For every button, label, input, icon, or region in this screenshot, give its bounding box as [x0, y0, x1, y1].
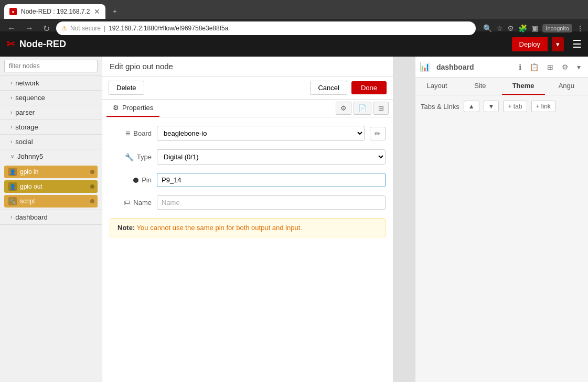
- node-chip-dot-script: [90, 199, 94, 203]
- more-options-icon[interactable]: ⋮: [576, 24, 584, 32]
- right-tabs: Layout Site Theme Angu: [415, 78, 588, 95]
- name-icon: 🏷: [123, 199, 130, 206]
- type-label: 🔧 Type: [110, 153, 152, 161]
- sidebar-item-social[interactable]: › social: [0, 135, 102, 149]
- right-panel-body: Tabs & Links ▲ ▼ + tab + link: [415, 95, 588, 382]
- settings-button[interactable]: ⚙: [559, 61, 572, 73]
- app-logo: ✂ Node-RED: [6, 38, 66, 50]
- warning-text: Not secure: [70, 25, 101, 32]
- pin-control: [157, 173, 386, 187]
- pin-dot-icon: [133, 178, 138, 183]
- sidebar-group-johnny5: ∨ Johnny5 👤 gpio in 👤 gpio out 🔧 script: [0, 149, 102, 210]
- chevron-right-icon: ›: [10, 80, 12, 86]
- info-button[interactable]: ℹ: [516, 61, 525, 73]
- done-button[interactable]: Done: [351, 81, 387, 94]
- board-edit-button[interactable]: ✏: [370, 127, 386, 140]
- warning-icon: ⚠: [61, 25, 67, 32]
- topbar-right: Deploy ▾ ☰: [512, 37, 582, 51]
- type-icon: 🔧: [125, 153, 134, 161]
- grid-button[interactable]: ⊞: [544, 61, 557, 73]
- node-script[interactable]: 🔧 script: [4, 195, 98, 208]
- expand-button[interactable]: ▾: [574, 61, 584, 73]
- node-script-label: script: [20, 198, 35, 205]
- chevron-right-icon: ›: [10, 124, 12, 130]
- sidebar-item-storage[interactable]: › storage: [0, 120, 102, 134]
- node-gpio-out[interactable]: 👤 gpio out: [4, 180, 98, 193]
- node-chip-dot: [90, 170, 94, 174]
- tab-up-button[interactable]: ▲: [464, 101, 479, 112]
- tab-icon-doc[interactable]: 📄: [354, 102, 371, 115]
- tab-title: Node-RED : 192.168.7.2: [21, 8, 90, 15]
- deploy-dropdown-button[interactable]: ▾: [552, 37, 564, 51]
- node-gpio-in[interactable]: 👤 gpio in: [4, 166, 98, 178]
- browser-controls: 🔍 ☆ ⚙ 🧩 ▣ Incognito ⋮: [483, 24, 584, 32]
- layout-button[interactable]: 📋: [527, 61, 542, 73]
- incognito-badge: Incognito: [542, 24, 572, 32]
- tab-icon-grid[interactable]: ⊞: [373, 102, 389, 115]
- browser-tab-bar: ● Node-RED : 192.168.7.2 ✕ +: [0, 0, 588, 19]
- edit-panel-title: Edit gpio out node: [102, 57, 393, 77]
- app-top-bar: ✂ Node-RED Deploy ▾ ☰: [0, 31, 588, 57]
- settings-icon[interactable]: ⚙: [507, 24, 514, 32]
- name-input[interactable]: [157, 195, 386, 210]
- sidebar-item-parser[interactable]: › parser: [0, 105, 102, 119]
- refresh-button[interactable]: ↻: [40, 23, 53, 35]
- filter-nodes-input[interactable]: [4, 60, 98, 72]
- tab-theme[interactable]: Theme: [502, 78, 545, 95]
- sidebar-item-network[interactable]: › network: [0, 76, 102, 90]
- search-icon[interactable]: 🔍: [483, 24, 492, 32]
- board-label: ≡ Board: [110, 129, 152, 138]
- tab-icon-buttons: ⚙ 📄 ⊞: [336, 102, 389, 115]
- chevron-right-icon: ›: [10, 110, 12, 115]
- edit-tabs: ⚙ Properties ⚙ 📄 ⊞: [102, 100, 393, 117]
- board-icon: ≡: [125, 129, 130, 138]
- menu-button[interactable]: ☰: [572, 38, 582, 50]
- sidebar-group-label-parser: parser: [15, 108, 35, 116]
- gpio-out-icon: 👤: [8, 182, 17, 191]
- sidebar-group-sequence: › sequence: [0, 91, 102, 105]
- chevron-right-icon: ›: [10, 214, 12, 220]
- deploy-button[interactable]: Deploy: [512, 37, 548, 51]
- add-tab-button[interactable]: + tab: [503, 101, 527, 112]
- sidebar-item-sequence[interactable]: › sequence: [0, 91, 102, 105]
- gpio-in-icon: 👤: [8, 168, 17, 176]
- johnny5-nodes: 👤 gpio in 👤 gpio out 🔧 script: [0, 163, 102, 210]
- reader-mode-icon[interactable]: ▣: [531, 24, 538, 32]
- sidebar-group-label-sequence: sequence: [15, 94, 45, 102]
- extensions-icon[interactable]: 🧩: [518, 24, 527, 32]
- type-select[interactable]: Digital (0/1) Analog PWM: [157, 149, 386, 165]
- name-control: [157, 195, 386, 210]
- active-tab[interactable]: ● Node-RED : 192.168.7.2 ✕: [4, 4, 105, 19]
- sidebar-item-johnny5[interactable]: ∨ Johnny5: [0, 149, 102, 163]
- node-chip-dot-out: [90, 184, 94, 189]
- properties-icon: ⚙: [113, 104, 119, 112]
- tab-icon-gear[interactable]: ⚙: [336, 102, 351, 115]
- sidebar-group-social: › social: [0, 135, 102, 149]
- new-tab-button[interactable]: +: [108, 4, 124, 19]
- sidebar-group-label-network: network: [15, 79, 39, 87]
- sidebar-group-label-johnny5: Johnny5: [17, 152, 43, 160]
- board-select[interactable]: beaglebone-io: [157, 126, 365, 141]
- name-row: 🏷 Name: [110, 195, 386, 210]
- add-link-button[interactable]: + link: [531, 101, 555, 112]
- tab-angu[interactable]: Angu: [545, 78, 588, 95]
- cancel-button[interactable]: Cancel: [310, 81, 347, 95]
- app-container: › network › sequence › parser › storage: [0, 57, 588, 382]
- tab-close-button[interactable]: ✕: [94, 7, 100, 16]
- tab-properties[interactable]: ⚙ Properties: [106, 100, 159, 117]
- sidebar-item-dashboard[interactable]: › dashboard: [0, 210, 102, 224]
- delete-button[interactable]: Delete: [109, 81, 144, 95]
- tab-down-button[interactable]: ▼: [484, 101, 499, 112]
- node-gpio-in-label: gpio in: [20, 168, 38, 176]
- back-button[interactable]: ←: [4, 23, 19, 34]
- sidebar-group-label-social: social: [15, 138, 33, 146]
- url-input[interactable]: ⚠ Not secure | 192.168.7.2:1880/#flow/ef…: [56, 21, 476, 35]
- url-separator: |: [104, 25, 105, 32]
- tab-site[interactable]: Site: [458, 78, 501, 95]
- main-content: Edit gpio out node Delete Cancel Done ⚙ …: [102, 57, 588, 382]
- tab-layout[interactable]: Layout: [415, 78, 458, 95]
- forward-button[interactable]: →: [22, 23, 37, 34]
- bookmark-icon[interactable]: ☆: [496, 24, 503, 32]
- app-name: Node-RED: [19, 39, 66, 50]
- pin-input[interactable]: [157, 173, 386, 187]
